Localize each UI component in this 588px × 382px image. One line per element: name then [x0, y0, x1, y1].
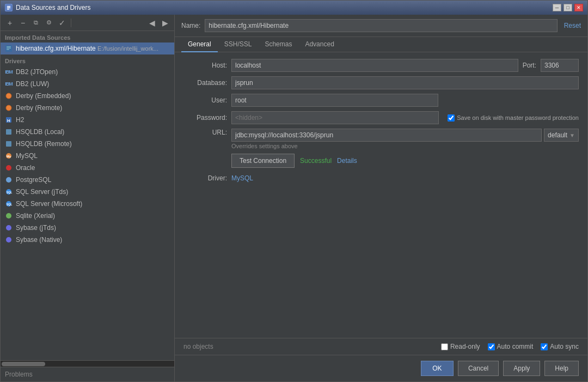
- database-input[interactable]: [231, 76, 579, 89]
- problems-section: Problems: [1, 367, 174, 381]
- url-input[interactable]: [231, 129, 542, 142]
- tab-general[interactable]: General: [181, 37, 218, 52]
- readonly-checkbox[interactable]: [441, 343, 448, 350]
- no-objects-label: no objects: [183, 343, 213, 350]
- maximize-button[interactable]: □: [564, 4, 572, 11]
- mysql-icon: My: [5, 152, 13, 160]
- driver-sybase-jtds[interactable]: Sybase (jTds): [1, 222, 174, 234]
- driver-hsqldb-remote[interactable]: HSQLDB (Remote): [1, 138, 174, 150]
- svg-text:My: My: [7, 155, 11, 158]
- autosync-label: Auto sync: [550, 343, 579, 350]
- save-password-row: Save on disk with master password protec…: [448, 114, 579, 122]
- autocommit-checkbox[interactable]: [488, 343, 495, 350]
- selected-datasource-label: hibernate.cfg.xml/Hibernate E:/fusion/in…: [16, 45, 158, 52]
- main-content: + − ⧉ ⚙ ✓ ◀ ▶ Imported Data Sources: [1, 15, 587, 381]
- driver-sqlite-xerial[interactable]: Sqlite (Xerial): [1, 210, 174, 222]
- add-button[interactable]: +: [4, 17, 16, 29]
- driver-mysql[interactable]: My MySQL: [1, 150, 174, 162]
- readonly-label: Read-only: [450, 343, 480, 350]
- test-connection-button[interactable]: Test Connection: [231, 154, 295, 168]
- save-password-label: Save on disk with master password protec…: [457, 114, 579, 121]
- user-label: User:: [183, 96, 227, 104]
- driver-postgresql[interactable]: PostgreSQL: [1, 174, 174, 186]
- url-input-row: default ▼: [231, 129, 579, 142]
- driver-hsqldb-local[interactable]: HSQLDB (Local): [1, 126, 174, 138]
- help-button[interactable]: Help: [544, 361, 579, 376]
- db2-jtopen-icon: IBM: [5, 68, 13, 76]
- derby-embedded-icon: [5, 92, 13, 100]
- copy-button[interactable]: ⧉: [30, 17, 42, 29]
- bottom-bar: no objects Read-only Auto commit Auto sy…: [175, 338, 587, 355]
- svg-rect-1: [7, 6, 10, 7]
- driver-sqlserver-jtds[interactable]: SQL SQL Server (jTds): [1, 186, 174, 198]
- dialog-window: Data Sources and Drivers ─ □ ✕ + − ⧉ ⚙ ✓…: [0, 0, 588, 382]
- driver-derby-embedded[interactable]: Derby (Embedded): [1, 90, 174, 102]
- settings-button[interactable]: ⚙: [43, 17, 55, 29]
- readonly-row: Read-only: [441, 343, 480, 350]
- database-row: Database:: [183, 76, 579, 89]
- password-input[interactable]: [231, 111, 439, 124]
- minimize-button[interactable]: ─: [553, 4, 561, 11]
- driver-h2[interactable]: H H2: [1, 114, 174, 126]
- dropdown-arrow-icon: ▼: [569, 132, 575, 138]
- test-connection-row: Test Connection Successful Details: [231, 154, 579, 168]
- autocommit-row: Auto commit: [488, 343, 534, 350]
- save-password-checkbox[interactable]: [448, 114, 455, 122]
- sybase-native-icon: [5, 236, 13, 244]
- tab-schemas[interactable]: Schemas: [258, 37, 298, 52]
- svg-rect-7: [7, 49, 9, 50]
- driver-sybase-native[interactable]: Sybase (Native): [1, 234, 174, 246]
- svg-point-16: [6, 165, 11, 171]
- svg-rect-5: [7, 46, 11, 47]
- url-scheme-dropdown[interactable]: default ▼: [544, 129, 579, 142]
- url-row: URL: default ▼ Overrides settings above: [183, 129, 579, 149]
- driver-row: Driver: MySQL: [183, 174, 579, 182]
- driver-link[interactable]: MySQL: [231, 174, 253, 182]
- scrollbar-thumb[interactable]: [2, 362, 45, 366]
- horizontal-scrollbar[interactable]: [1, 360, 174, 367]
- right-panel: Name: Reset General SSH/SSL Schemas Adva…: [175, 15, 587, 381]
- apply-config-button[interactable]: ✓: [56, 17, 68, 29]
- tab-advanced[interactable]: Advanced: [298, 37, 340, 52]
- close-button[interactable]: ✕: [574, 4, 583, 11]
- reset-link[interactable]: Reset: [564, 22, 581, 29]
- hsqldb-local-icon: [5, 128, 13, 136]
- cancel-button[interactable]: Cancel: [458, 361, 499, 376]
- datasource-icon: [5, 45, 13, 52]
- tab-ssh-ssl[interactable]: SSH/SSL: [218, 37, 259, 52]
- sybase-jtds-icon: [5, 224, 13, 232]
- derby-remote-icon: [5, 104, 13, 112]
- hsqldb-remote-icon: [5, 140, 13, 148]
- sidebar-toolbar: + − ⧉ ⚙ ✓ ◀ ▶: [1, 15, 174, 31]
- title-bar: Data Sources and Drivers ─ □ ✕: [1, 1, 587, 15]
- name-input[interactable]: [205, 19, 557, 32]
- forward-button[interactable]: ▶: [159, 17, 171, 29]
- back-button[interactable]: ◀: [146, 17, 158, 29]
- sidebar: + − ⧉ ⚙ ✓ ◀ ▶ Imported Data Sources: [1, 15, 175, 381]
- right-header: Name: Reset: [175, 15, 587, 37]
- user-row: User:: [183, 94, 579, 107]
- driver-db2-jtopen[interactable]: IBM DB2 (JTOpen): [1, 66, 174, 78]
- driver-sqlserver-ms[interactable]: SQL SQL Server (Microsoft): [1, 198, 174, 210]
- driver-derby-remote[interactable]: Derby (Remote): [1, 102, 174, 114]
- selected-datasource-item[interactable]: hibernate.cfg.xml/Hibernate E:/fusion/in…: [1, 43, 174, 54]
- autosync-checkbox[interactable]: [541, 343, 548, 350]
- toolbar-separator: [71, 19, 71, 27]
- details-link[interactable]: Details: [337, 157, 357, 165]
- svg-point-9: [6, 105, 11, 111]
- sqlite-xerial-icon: [5, 212, 13, 220]
- host-input[interactable]: [231, 59, 518, 72]
- user-input[interactable]: [231, 94, 438, 107]
- password-label: Password:: [183, 114, 227, 122]
- remove-button[interactable]: −: [17, 17, 29, 29]
- ok-button[interactable]: OK: [421, 361, 454, 376]
- url-section: default ▼ Overrides settings above: [231, 129, 579, 149]
- autocommit-label: Auto commit: [497, 343, 534, 350]
- svg-rect-3: [7, 9, 9, 10]
- dialog-icon: [5, 4, 13, 11]
- port-input[interactable]: [541, 59, 579, 72]
- apply-button[interactable]: Apply: [503, 361, 540, 376]
- driver-oracle[interactable]: Oracle: [1, 162, 174, 174]
- autosync-row: Auto sync: [541, 343, 579, 350]
- driver-db2-luw[interactable]: IBM DB2 (LUW): [1, 78, 174, 90]
